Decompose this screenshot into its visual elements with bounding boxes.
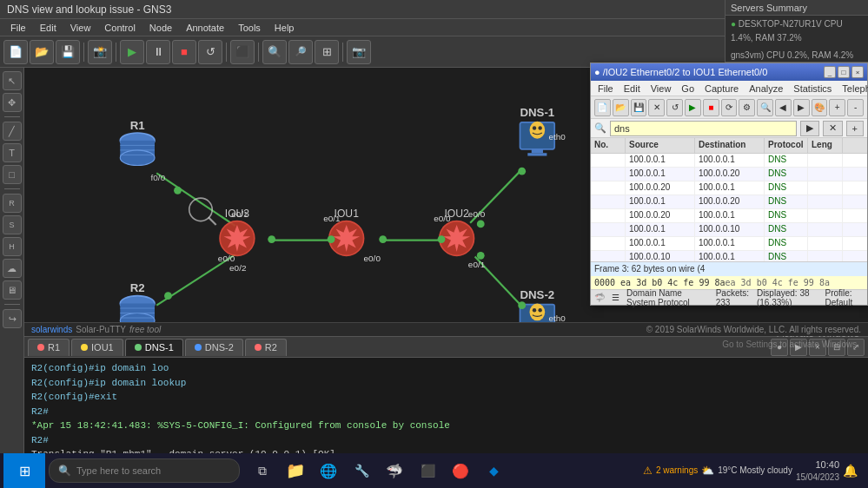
ws-row[interactable]: 100.0.0.1100.0.0.1DNS <box>591 237 867 251</box>
ws-row[interactable]: 100.0.0.1100.0.0.20DNS <box>591 195 867 209</box>
ws-filter-clear-button[interactable]: ✕ <box>823 121 843 136</box>
save-button[interactable]: 💾 <box>56 40 80 64</box>
ws-packet-list[interactable]: No. Source Destination Protocol Leng 100… <box>591 138 867 261</box>
ws-zoom-in-btn[interactable]: + <box>829 99 845 116</box>
ws-menu-telephony[interactable]: Telephony <box>837 83 868 94</box>
ws-zoom-out-btn[interactable]: - <box>847 99 864 116</box>
ws-menu-file[interactable]: File <box>593 83 619 94</box>
tab-r2[interactable]: R2 <box>245 339 287 356</box>
ws-start-btn[interactable]: ▶ <box>685 99 701 116</box>
zoom-out-button[interactable]: 🔎 <box>288 40 313 64</box>
stop-button[interactable]: ■ <box>172 40 196 64</box>
edge-icon[interactable]: 🌐 <box>313 455 344 486</box>
menu-tools[interactable]: Tools <box>231 21 268 35</box>
expand-console-button[interactable]: ⤢ <box>847 339 865 356</box>
ws-go-back-btn[interactable]: ◀ <box>775 99 792 116</box>
snapshot-button[interactable]: 📸 <box>88 40 112 64</box>
record-button[interactable]: ● <box>771 339 788 356</box>
ws-reload-btn[interactable]: ↺ <box>666 99 683 116</box>
hub-tool[interactable]: H <box>3 237 22 256</box>
node-r1[interactable]: R1 f0/0 <box>120 119 165 183</box>
open-button[interactable]: 📂 <box>30 40 54 64</box>
pc-tool[interactable]: 🖥 <box>3 280 22 300</box>
ws-stop-btn[interactable]: ■ <box>703 99 719 116</box>
new-button[interactable]: 📄 <box>3 40 28 64</box>
play-console-button[interactable]: ▶ <box>790 339 807 356</box>
ws-new-btn[interactable]: 📄 <box>594 99 611 116</box>
undo-tool[interactable]: ↩ <box>3 309 22 328</box>
ws-row[interactable]: 100.0.0.20100.0.0.1DNS <box>591 209 867 223</box>
ws-filter-input[interactable] <box>610 121 797 136</box>
pause-button[interactable]: ⏸ <box>146 40 170 64</box>
node-iou1[interactable]: IOU1 e0/1 e0/0 <box>323 208 381 263</box>
add-shape-tool[interactable]: □ <box>3 165 22 184</box>
ws-maximize-button[interactable]: □ <box>838 66 850 78</box>
reload-button[interactable]: ↺ <box>198 40 222 64</box>
draw-line-tool[interactable]: ╱ <box>3 122 22 141</box>
menu-view[interactable]: View <box>63 21 98 35</box>
ws-row[interactable]: 100.0.0.1100.0.0.20DNS <box>591 168 867 181</box>
ws-restart-btn[interactable]: ⟳ <box>721 99 738 116</box>
left-separator-3 <box>4 304 20 305</box>
menu-file[interactable]: File <box>3 21 33 35</box>
move-tool[interactable]: ✥ <box>3 93 22 112</box>
tab-r1[interactable]: R1 <box>28 339 70 356</box>
ws-row[interactable]: 100.0.0.20100.0.0.1DNS <box>591 181 867 195</box>
tab-iou1[interactable]: IOU1 <box>71 339 123 356</box>
terminal-taskbar-icon[interactable]: ⬛ <box>412 455 443 486</box>
screenshot-button[interactable]: 📷 <box>347 40 371 64</box>
chrome-taskbar-icon[interactable]: 🔴 <box>445 455 476 486</box>
ws-menu-view[interactable]: View <box>646 83 677 94</box>
ws-filter-save-button[interactable]: + <box>846 121 864 136</box>
ws-colorize-btn[interactable]: 🎨 <box>812 99 828 116</box>
ws-open-btn[interactable]: 📂 <box>613 99 629 116</box>
taskbar-search[interactable]: 🔍 Type here to search <box>49 458 240 483</box>
tab-dns2[interactable]: DNS-2 <box>185 339 243 356</box>
node-dns1[interactable]: DNS-1 eth0 <box>520 106 566 155</box>
ws-row[interactable]: 100.0.0.1100.0.0.10DNS <box>591 223 867 237</box>
router-tool[interactable]: R <box>3 194 22 213</box>
ws-close-cap-btn[interactable]: ✕ <box>648 99 665 116</box>
detach-console-button[interactable]: ⊟ <box>828 339 845 356</box>
vscode-taskbar-icon[interactable]: ◆ <box>478 455 509 486</box>
console-output[interactable]: R2(config)#ip domain loo R2(config)#ip d… <box>24 358 868 453</box>
fit-button[interactable]: ⊞ <box>315 40 339 64</box>
ws-menu-statistics[interactable]: Statistics <box>788 83 837 94</box>
ws-save-btn[interactable]: 💾 <box>631 99 647 116</box>
start-button[interactable]: ⊞ <box>3 453 45 488</box>
console-button[interactable]: ⬛ <box>230 40 255 64</box>
ws-close-button[interactable]: × <box>851 66 864 78</box>
close-console-button[interactable]: × <box>809 339 826 356</box>
explorer-icon[interactable]: 📁 <box>280 455 311 486</box>
zoom-in-button[interactable]: 🔍 <box>262 40 287 64</box>
weather-text: 19°C Mostly cloudy <box>718 465 792 475</box>
taskview-button[interactable]: ⧉ <box>247 455 278 486</box>
tab-dns1[interactable]: DNS-1 <box>125 339 183 356</box>
taskbar-clock[interactable]: 10:40 15/04/2023 <box>796 458 839 482</box>
ws-prefs-btn[interactable]: ⚙ <box>739 99 755 116</box>
gns3-taskbar-icon[interactable]: 🔧 <box>346 455 377 486</box>
switch-tool[interactable]: S <box>3 215 22 234</box>
toolbar-separator-3 <box>226 43 227 62</box>
menu-annotate[interactable]: Annotate <box>179 21 231 35</box>
ws-filter-apply-button[interactable]: ▶ <box>800 121 819 136</box>
ws-go-fwd-btn[interactable]: ▶ <box>793 99 810 116</box>
ws-menu-capture[interactable]: Capture <box>699 83 744 94</box>
ws-menu-edit[interactable]: Edit <box>619 83 646 94</box>
menu-node[interactable]: Node <box>142 21 179 35</box>
ws-findpkt-btn[interactable]: 🔍 <box>757 99 773 116</box>
ws-row[interactable]: 100.0.0.10100.0.0.1DNS <box>591 251 867 261</box>
notification-center-button[interactable]: 🔔 <box>843 464 858 478</box>
ws-row[interactable]: 100.0.0.1100.0.0.1DNS <box>591 154 867 168</box>
add-note-tool[interactable]: T <box>3 143 22 162</box>
ws-menu-analyze[interactable]: Analyze <box>744 83 788 94</box>
menu-edit[interactable]: Edit <box>33 21 63 35</box>
wireshark-taskbar-icon[interactable]: 🦈 <box>379 455 410 486</box>
ws-menu-go[interactable]: Go <box>676 83 699 94</box>
play-button[interactable]: ▶ <box>120 40 144 64</box>
select-tool[interactable]: ↖ <box>3 71 22 90</box>
ws-minimize-button[interactable]: _ <box>824 66 836 78</box>
menu-control[interactable]: Control <box>97 21 142 35</box>
cloud-tool[interactable]: ☁ <box>3 259 22 278</box>
menu-help[interactable]: Help <box>268 21 301 35</box>
